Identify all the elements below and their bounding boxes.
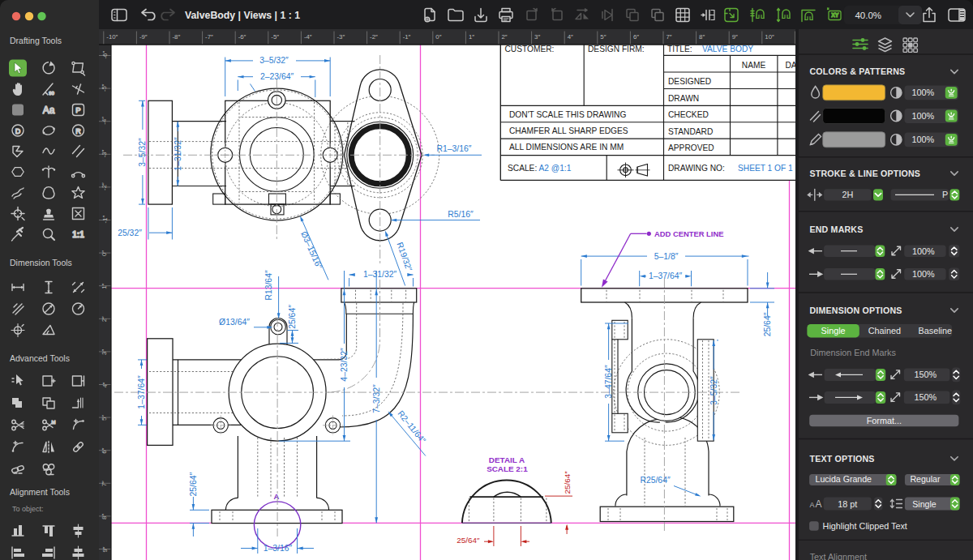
svg-text:-6″: -6″ bbox=[238, 33, 246, 41]
svg-text:3–47/64″: 3–47/64″ bbox=[604, 365, 613, 399]
svg-text:25/64″: 25/64″ bbox=[563, 471, 572, 494]
svg-text:DIMENSION OPTIONS: DIMENSION OPTIONS bbox=[810, 306, 902, 315]
svg-text:25/64″: 25/64″ bbox=[288, 305, 297, 329]
svg-text:150%: 150% bbox=[914, 370, 937, 379]
svg-text:1–37/64″: 1–37/64″ bbox=[137, 375, 146, 409]
svg-text:Lucida Grande: Lucida Grande bbox=[816, 474, 872, 484]
svg-text:TEXT OPTIONS: TEXT OPTIONS bbox=[810, 454, 875, 464]
svg-text:SHEET 1 OF 1: SHEET 1 OF 1 bbox=[738, 164, 793, 173]
svg-text:VALVE BODY: VALVE BODY bbox=[702, 45, 753, 53]
svg-text:ALL DIMENSIONS ARE IN MM: ALL DIMENSIONS ARE IN MM bbox=[509, 143, 624, 152]
svg-text:END MARKS: END MARKS bbox=[810, 224, 864, 234]
svg-text:-4″: -4″ bbox=[101, 117, 109, 125]
svg-text:Advanced Tools: Advanced Tools bbox=[10, 353, 70, 363]
svg-text:-9″: -9″ bbox=[139, 33, 148, 41]
svg-text:DETAIL A: DETAIL A bbox=[489, 455, 525, 464]
svg-text:R5/16″: R5/16″ bbox=[448, 210, 474, 219]
svg-text:-5″: -5″ bbox=[101, 83, 109, 92]
svg-text:40.0%: 40.0% bbox=[855, 11, 881, 20]
svg-text:-2″: -2″ bbox=[370, 33, 378, 41]
svg-text:R25/64″: R25/64″ bbox=[640, 476, 671, 485]
svg-text:-10″: -10″ bbox=[106, 33, 118, 41]
svg-text:Regular: Regular bbox=[910, 474, 941, 484]
svg-text:DRAWN: DRAWN bbox=[668, 94, 699, 103]
svg-text:Single: Single bbox=[821, 326, 846, 336]
svg-text:-5″: -5″ bbox=[271, 33, 279, 41]
svg-text:-6″: -6″ bbox=[101, 51, 109, 59]
svg-text:DATE: DATE bbox=[786, 61, 796, 70]
svg-text:A: A bbox=[809, 501, 814, 509]
svg-text:-1″: -1″ bbox=[403, 33, 411, 41]
svg-text:-2″: -2″ bbox=[101, 182, 109, 190]
svg-text:6″: 6″ bbox=[101, 447, 109, 453]
svg-text:8″: 8″ bbox=[101, 514, 109, 519]
svg-text:P: P bbox=[75, 105, 80, 114]
svg-text:NAME: NAME bbox=[742, 61, 766, 70]
svg-text:1″: 1″ bbox=[101, 283, 109, 289]
svg-text:CUSTOMER:: CUSTOMER: bbox=[505, 45, 555, 53]
svg-text:1–31/32″: 1–31/32″ bbox=[363, 270, 397, 279]
svg-text:Single: Single bbox=[912, 499, 937, 509]
svg-text:2–23/64″: 2–23/64″ bbox=[260, 72, 294, 81]
svg-text:100%: 100% bbox=[911, 88, 934, 97]
svg-text:7″: 7″ bbox=[667, 33, 672, 41]
svg-text:3–5/32″: 3–5/32″ bbox=[259, 56, 289, 65]
svg-text:3–5/32″: 3–5/32″ bbox=[138, 138, 147, 167]
svg-text:-3″: -3″ bbox=[337, 33, 345, 41]
svg-text:9″: 9″ bbox=[101, 546, 109, 552]
svg-text:CHAMFER ALL SHARP EDGES: CHAMFER ALL SHARP EDGES bbox=[509, 126, 628, 135]
svg-text:2H: 2H bbox=[842, 190, 853, 199]
svg-text:10″: 10″ bbox=[765, 33, 774, 41]
svg-text:STROKE & LINE OPTIONS: STROKE & LINE OPTIONS bbox=[810, 169, 921, 178]
svg-text:1:1: 1:1 bbox=[72, 230, 84, 239]
svg-text:100%: 100% bbox=[912, 246, 935, 256]
svg-text:100%: 100% bbox=[911, 111, 934, 121]
svg-text:SCALE:: SCALE: bbox=[508, 164, 537, 173]
svg-text:Drafting Tools: Drafting Tools bbox=[10, 36, 62, 45]
svg-text:1–31/32″: 1–31/32″ bbox=[174, 137, 182, 171]
svg-text:4″: 4″ bbox=[568, 33, 573, 41]
svg-text:COLORS & PATTERNS: COLORS & PATTERNS bbox=[810, 66, 906, 76]
svg-text:M: M bbox=[52, 420, 56, 425]
svg-text:R13/64″: R13/64″ bbox=[264, 270, 273, 301]
svg-text:1–3/16″: 1–3/16″ bbox=[264, 544, 293, 553]
svg-text:7–3/32″: 7–3/32″ bbox=[372, 384, 381, 413]
svg-text:Dimension Tools: Dimension Tools bbox=[10, 258, 72, 267]
svg-text:18 pt: 18 pt bbox=[838, 499, 857, 509]
svg-text:Highlight Clipped Text: Highlight Clipped Text bbox=[823, 521, 907, 531]
svg-text:A2 @1:1: A2 @1:1 bbox=[539, 164, 572, 173]
svg-text:0″: 0″ bbox=[435, 33, 441, 41]
svg-text:ValveBody | Views | 1 : 1: ValveBody | Views | 1 : 1 bbox=[185, 10, 300, 21]
svg-text:25/64″: 25/64″ bbox=[189, 472, 198, 497]
svg-text:Text Alignment: Text Alignment bbox=[810, 552, 867, 560]
svg-text:To object:: To object: bbox=[12, 505, 44, 513]
svg-text:Dimension End Marks: Dimension End Marks bbox=[810, 348, 896, 357]
svg-text:4–23/32″: 4–23/32″ bbox=[340, 348, 349, 382]
svg-text:150%: 150% bbox=[914, 392, 937, 402]
svg-text:3″: 3″ bbox=[101, 349, 109, 355]
svg-text:0″: 0″ bbox=[101, 250, 109, 256]
svg-text:100%: 100% bbox=[911, 135, 934, 144]
svg-text:STANDARD: STANDARD bbox=[668, 127, 713, 136]
svg-text:A: A bbox=[815, 498, 821, 510]
svg-text:9″: 9″ bbox=[732, 33, 738, 41]
svg-text:DESIGN FIRM:: DESIGN FIRM: bbox=[588, 45, 645, 53]
svg-text:1″: 1″ bbox=[469, 33, 474, 41]
svg-text:DRAWING NO:: DRAWING NO: bbox=[668, 164, 725, 173]
svg-text:5″: 5″ bbox=[101, 415, 109, 421]
svg-text:Alignment Tools: Alignment Tools bbox=[10, 487, 70, 497]
svg-text:2″: 2″ bbox=[502, 33, 508, 41]
svg-text:-4″: -4″ bbox=[304, 33, 312, 41]
svg-text:8″: 8″ bbox=[699, 33, 705, 41]
svg-text:-3″: -3″ bbox=[101, 149, 109, 157]
svg-text:DON'T SCALE THIS DRAWING: DON'T SCALE THIS DRAWING bbox=[509, 110, 626, 119]
svg-text:Format...: Format... bbox=[867, 416, 902, 425]
svg-text:1–37/64″: 1–37/64″ bbox=[649, 271, 683, 280]
svg-text:90: 90 bbox=[49, 91, 54, 96]
svg-text:Chained: Chained bbox=[868, 326, 901, 336]
svg-text:Baseline: Baseline bbox=[919, 326, 952, 336]
svg-text:100%: 100% bbox=[912, 269, 935, 279]
svg-text:25/64″: 25/64″ bbox=[456, 536, 480, 545]
svg-text:DESIGNED: DESIGNED bbox=[668, 77, 711, 86]
svg-text:D: D bbox=[15, 127, 21, 135]
